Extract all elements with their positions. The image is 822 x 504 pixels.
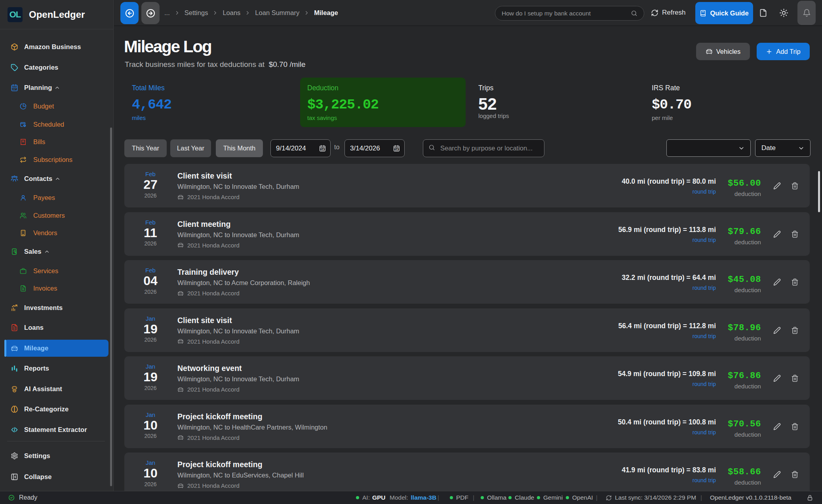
svg-text:14: 14 — [395, 148, 398, 151]
svg-text:14: 14 — [321, 148, 324, 151]
